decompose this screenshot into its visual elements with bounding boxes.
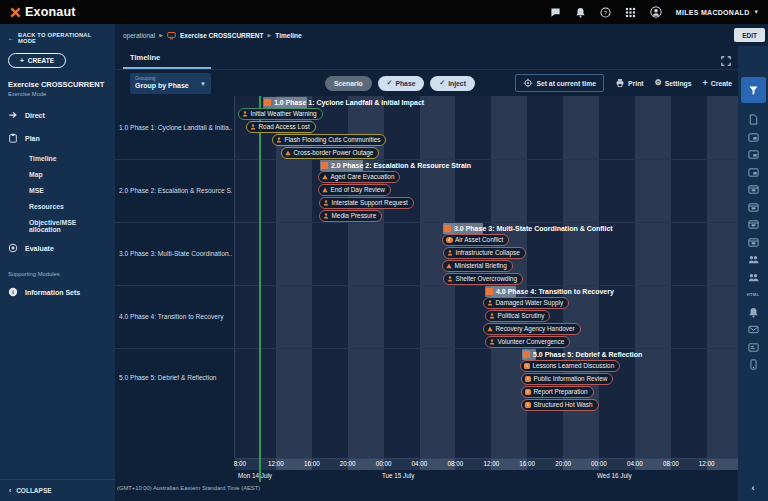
inject-pill[interactable]: ≡Report Preparation [521,386,594,398]
document-icon[interactable] [740,111,766,129]
inject-pill[interactable]: ≡Structured Hot Wash [521,399,599,411]
inject-pill[interactable]: Media Pressure [319,210,382,222]
sidebar-item-label: Plan [25,135,40,142]
axis-tick-label: 12:00 [268,460,284,467]
breadcrumb-exercise[interactable]: Exercise CROSSCURRENT [180,32,263,39]
inject-pill[interactable]: Aged Care Evacuation [318,171,400,183]
inject-label: Infrastructure Collapse [456,249,520,256]
sidebar-subitem-resources[interactable]: Resources [0,198,115,214]
chat-icon[interactable] [550,7,561,18]
bell-icon[interactable] [575,7,586,18]
apps-icon[interactable] [625,7,636,18]
inject-pill[interactable]: Interstate Support Request [319,197,414,209]
sidebar-item-direct[interactable]: Direct [0,104,115,127]
back-to-operational-mode[interactable]: ← BACK TO OPERATIONAL MODE [0,24,115,46]
group-icon[interactable] [740,251,766,269]
sidebar-subitem-objective-mse-allocation[interactable]: Objective/MSE allocation [0,214,115,237]
phase-bar[interactable]: 1.0 Phase 1: Cyclone Landfall & Initial … [263,97,424,108]
phase-bar[interactable]: 3.0 Phase 3: Multi-State Coordination & … [443,223,613,234]
group-icon[interactable] [740,269,766,287]
inject-pill[interactable]: Political Scrutiny [485,310,550,322]
app-logo: Exonaut [10,5,76,19]
phase-marker-icon [321,162,328,169]
plus-icon: + [20,57,24,64]
inject-pill[interactable]: Recovery Agency Handover [483,323,581,335]
inject-label: Structured Hot Wash [534,401,593,408]
inject-pill[interactable]: Ministerial Briefing [442,260,513,272]
filter-pill-phase[interactable]: ✓Phase [378,76,425,91]
bell-icon[interactable] [740,304,766,322]
avatar-icon[interactable] [650,6,662,18]
phase-bar[interactable]: 2.0 Phase 2: Escalation & Resource Strai… [320,160,471,171]
fullscreen-icon[interactable] [721,52,731,70]
inject-label: Public Information Review [534,375,608,382]
inject-label: Air Asset Conflict [455,236,503,243]
inject-pill[interactable]: ≡Lessons Learned Discussion [520,360,620,372]
inject-label: Aged Care Evacuation [331,173,395,180]
sidebar-subitem-timeline[interactable]: Timeline [0,150,115,166]
inject-pill[interactable]: ✓Air Asset Conflict [442,234,509,246]
inject-pill[interactable]: Shelter Overcrowding [443,273,523,285]
inject-label: Interstate Support Request [332,199,408,206]
inject-pill[interactable]: Infrastructure Collapse [443,247,526,259]
panel-icon[interactable] [740,164,766,182]
breadcrumb-timeline: Timeline [275,32,301,39]
person-icon [276,137,282,143]
sidebar-collapse-button[interactable]: ‹ COLLAPSE [0,479,115,501]
inject-pill[interactable]: Volunteer Convergence [485,336,570,348]
mail-icon[interactable] [740,321,766,339]
html-icon[interactable]: HTML [740,286,766,304]
phase-marker-icon [444,225,451,232]
inject-pill[interactable]: Damaged Water Supply [483,297,569,309]
sidebar-subitem-mse[interactable]: MSE [0,182,115,198]
grouping-select[interactable]: Grouping Group by Phase ▼ [130,73,211,94]
sidebar-item-information-sets[interactable]: iInformation Sets [0,281,115,304]
edit-button[interactable]: EDIT [734,28,765,42]
create-button[interactable]: + CREATE [8,53,66,68]
device-icon[interactable] [740,356,766,374]
inject-pill[interactable]: End of Day Review [318,184,391,196]
supporting-modules-header: Supporting Modules [0,260,115,281]
panel-icon[interactable] [740,146,766,164]
sidebar-item-plan[interactable]: Plan [0,127,115,150]
filter-icon[interactable] [741,77,766,103]
phase-label: 5.0 Phase 5: Debrief & Reflection [533,351,642,358]
user-menu[interactable]: MILES MACDONALD ▾ [676,8,758,16]
inject-pill[interactable]: Initial Weather Warning [238,108,323,120]
phase-label: 3.0 Phase 3: Multi-State Coordination & … [454,225,613,232]
set-at-current-time-button[interactable]: Set at current time [515,74,604,92]
tray-icon[interactable] [740,199,766,217]
row-label: 3.0 Phase 3: Multi-State Coordination... [119,222,232,285]
warning-icon [322,187,328,193]
filter-pill-scenario[interactable]: Scenario [325,76,372,91]
help-icon[interactable]: ? [600,7,611,18]
tray-icon[interactable] [740,234,766,252]
filter-pill-inject[interactable]: ✓Inject [430,76,474,91]
card-icon[interactable] [740,339,766,357]
axis-tick-label: 04:00 [412,460,428,467]
inject-pill[interactable]: Flash Flooding Cuts Communities [272,134,386,146]
sidebar-subitem-map[interactable]: Map [0,166,115,182]
sidebar-item-evaluate[interactable]: Evaluate [0,237,115,260]
badge-icon: ≡ [524,363,530,369]
inject-pill[interactable]: Cross-border Power Outage [281,147,379,159]
print-button[interactable]: Print [615,78,643,89]
tray-icon[interactable] [740,216,766,234]
breadcrumb-operational[interactable]: operational [123,32,155,39]
inject-pill[interactable]: Road Access Lost [246,121,316,133]
tab-timeline[interactable]: Timeline [130,46,160,69]
warning-icon [285,150,291,156]
phase-bar[interactable]: 5.0 Phase 5: Debrief & Reflection [522,349,642,360]
inject-label: Shelter Overcrowding [456,275,517,282]
inject-pill[interactable]: ≡Public Information Review [521,373,613,385]
panel-icon[interactable] [740,129,766,147]
timeline-chart[interactable]: 8:0012:0016:0020:0000:0004:0008:0012:001… [115,96,738,482]
row-label: 1.0 Phase 1: Cyclone Landfall & Initia..… [119,96,232,159]
create-button[interactable]: +Create [703,80,732,87]
rail-collapse-button[interactable]: ‹ [752,483,755,493]
phase-bar[interactable]: 4.0 Phase 4: Transition to Recovery [485,286,614,297]
settings-button[interactable]: ⚙Settings [655,80,692,87]
inject-label: Flash Flooding Cuts Communities [285,136,381,143]
person-icon [487,300,493,306]
tray-icon[interactable] [740,181,766,199]
